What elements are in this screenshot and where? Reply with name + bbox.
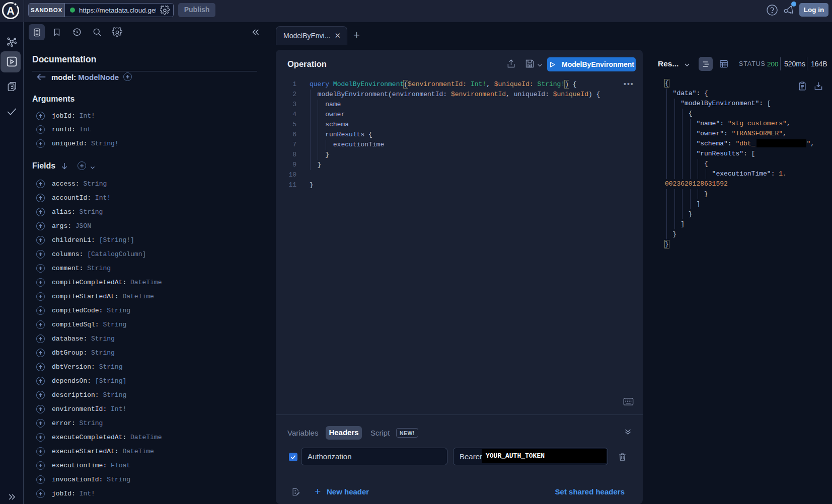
svg-text:A: A — [7, 5, 15, 17]
